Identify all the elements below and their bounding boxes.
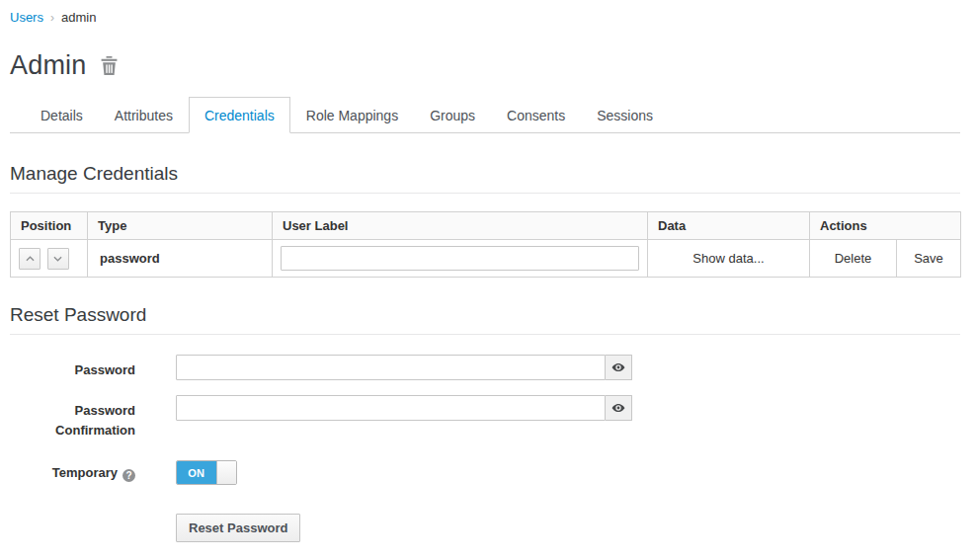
tab-groups[interactable]: Groups <box>414 97 491 133</box>
delete-user-button[interactable] <box>101 56 118 75</box>
user-label-input[interactable] <box>281 246 639 271</box>
move-up-button[interactable] <box>19 248 41 270</box>
column-header-type: Type <box>88 212 273 240</box>
column-header-actions: Actions <box>810 212 961 240</box>
page-title: Admin <box>10 50 87 81</box>
reset-password-heading: Reset Password <box>10 304 960 335</box>
credentials-table: Position Type User Label Data Actions <box>10 211 961 278</box>
temporary-label-wrap: Temporary? <box>10 460 135 483</box>
temporary-label: Temporary <box>52 465 118 480</box>
password-confirmation-row: Password Confirmation <box>10 395 960 440</box>
toggle-handle[interactable] <box>216 461 236 484</box>
tab-credentials[interactable]: Credentials <box>189 97 290 133</box>
tab-attributes[interactable]: Attributes <box>99 97 189 133</box>
credentials-table-header-row: Position Type User Label Data Actions <box>11 212 961 240</box>
credential-type-cell: password <box>88 240 273 278</box>
user-detail-page: Users›admin Admin Details Attributes Cre… <box>0 0 976 542</box>
temporary-row: Temporary? ON <box>10 460 960 485</box>
column-header-user-label: User Label <box>273 212 648 240</box>
breadcrumb: Users›admin <box>10 8 960 25</box>
trash-icon <box>101 56 118 75</box>
delete-credential-button[interactable]: Delete <box>810 240 897 278</box>
breadcrumb-current: admin <box>61 10 96 25</box>
temporary-toggle[interactable]: ON <box>176 460 237 485</box>
position-cell <box>11 240 88 278</box>
show-password-confirmation-button[interactable] <box>606 395 632 421</box>
tab-sessions[interactable]: Sessions <box>581 97 669 133</box>
user-label-cell <box>273 240 648 278</box>
breadcrumb-separator-icon: › <box>50 11 54 25</box>
show-password-button[interactable] <box>606 355 632 380</box>
breadcrumb-link-users[interactable]: Users <box>10 10 43 25</box>
password-input[interactable] <box>176 355 606 380</box>
move-down-button[interactable] <box>47 248 69 270</box>
password-confirmation-input[interactable] <box>176 395 606 421</box>
reset-password-form: Password Password Confirmati <box>10 355 960 542</box>
password-label: Password <box>10 355 135 380</box>
toggle-on-label: ON <box>177 461 216 484</box>
chevron-down-icon <box>53 256 62 262</box>
tab-role-mappings[interactable]: Role Mappings <box>290 97 414 133</box>
credential-row: password Show data... Delete Save <box>11 240 961 278</box>
password-row: Password <box>10 355 960 380</box>
tab-consents[interactable]: Consents <box>491 97 581 133</box>
eye-icon <box>611 360 625 374</box>
column-header-data: Data <box>648 212 810 240</box>
reset-password-button[interactable]: Reset Password <box>176 514 300 542</box>
save-credential-button[interactable]: Save <box>897 240 961 278</box>
chevron-up-icon <box>26 256 35 262</box>
help-icon[interactable]: ? <box>122 469 135 482</box>
show-data-button[interactable]: Show data... <box>648 240 810 278</box>
eye-icon <box>611 401 625 415</box>
title-row: Admin <box>10 50 960 81</box>
password-confirmation-label: Password Confirmation <box>10 395 135 440</box>
column-header-position: Position <box>11 212 88 240</box>
user-tabs: Details Attributes Credentials Role Mapp… <box>10 97 960 133</box>
tab-details[interactable]: Details <box>25 97 99 133</box>
manage-credentials-heading: Manage Credentials <box>10 163 960 194</box>
